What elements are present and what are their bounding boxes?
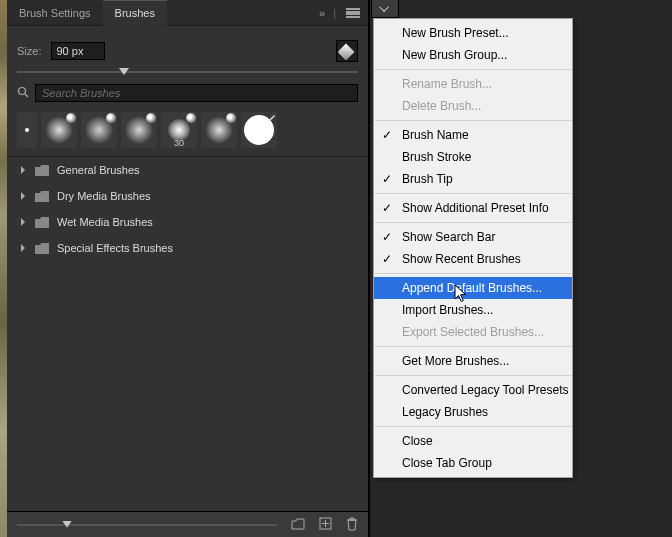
menu-item[interactable]: Close bbox=[374, 430, 572, 452]
chevron-right-icon bbox=[19, 192, 27, 200]
folder-label: Special Effects Brushes bbox=[57, 242, 173, 254]
recent-brushes: 30 bbox=[7, 106, 368, 157]
tab-bar: Brush Settings Brushes » | bbox=[7, 0, 368, 26]
menu-item-label: Brush Stroke bbox=[402, 150, 471, 164]
chevron-right-icon bbox=[19, 166, 27, 174]
menu-item-label: Import Brushes... bbox=[402, 303, 493, 317]
canvas-edge bbox=[0, 0, 7, 537]
recent-brush-2[interactable] bbox=[41, 112, 77, 148]
menu-item-label: Brush Name bbox=[402, 128, 469, 142]
chevron-right-icon bbox=[19, 218, 27, 226]
folder-label: General Brushes bbox=[57, 164, 140, 176]
recent-brush-3[interactable] bbox=[81, 112, 117, 148]
recent-brush-1[interactable] bbox=[17, 112, 37, 148]
brush-preview-toggle[interactable] bbox=[336, 40, 358, 62]
menu-item-label: Rename Brush... bbox=[402, 77, 492, 91]
dropdown-tab[interactable] bbox=[371, 0, 399, 18]
menu-item-label: New Brush Group... bbox=[402, 48, 507, 62]
folder-button-icon[interactable] bbox=[291, 518, 305, 532]
check-icon: ✓ bbox=[382, 230, 392, 244]
menu-item-label: Show Additional Preset Info bbox=[402, 201, 549, 215]
menu-item[interactable]: New Brush Preset... bbox=[374, 22, 572, 44]
folder-item[interactable]: General Brushes bbox=[7, 157, 368, 183]
menu-item-label: Append Default Brushes... bbox=[402, 281, 542, 295]
check-icon: ✓ bbox=[382, 201, 392, 215]
folder-icon bbox=[35, 165, 49, 176]
menu-separator bbox=[375, 375, 571, 376]
check-icon: ✓ bbox=[382, 128, 392, 142]
recent-brush-4[interactable] bbox=[121, 112, 157, 148]
menu-item[interactable]: ✓Brush Name bbox=[374, 124, 572, 146]
search-row bbox=[7, 80, 368, 106]
menu-item[interactable]: Brush Stroke bbox=[374, 146, 572, 168]
menu-item-label: Export Selected Brushes... bbox=[402, 325, 544, 339]
menu-separator bbox=[375, 346, 571, 347]
svg-line-1 bbox=[25, 94, 28, 97]
menu-item[interactable]: ✓Brush Tip bbox=[374, 168, 572, 190]
menu-item-label: Show Search Bar bbox=[402, 230, 495, 244]
folder-item[interactable]: Dry Media Brushes bbox=[7, 183, 368, 209]
panel-menu: New Brush Preset...New Brush Group...Ren… bbox=[373, 18, 573, 478]
panel-footer bbox=[7, 511, 368, 537]
menu-item-label: Close bbox=[402, 434, 433, 448]
menu-item: Export Selected Brushes... bbox=[374, 321, 572, 343]
chevron-right-icon bbox=[19, 244, 27, 252]
menu-separator bbox=[375, 222, 571, 223]
menu-item[interactable]: ✓Show Additional Preset Info bbox=[374, 197, 572, 219]
menu-item-label: Show Recent Brushes bbox=[402, 252, 521, 266]
folder-icon bbox=[35, 191, 49, 202]
check-icon: ✓ bbox=[382, 172, 392, 186]
trash-icon[interactable] bbox=[346, 517, 358, 533]
new-preset-icon[interactable] bbox=[319, 517, 332, 532]
menu-item[interactable]: Legacy Brushes bbox=[374, 401, 572, 423]
thumbnail-size-slider[interactable] bbox=[17, 520, 277, 530]
recent-brush-6[interactable] bbox=[201, 112, 237, 148]
size-row: Size: bbox=[7, 26, 368, 68]
collapse-icon[interactable]: » bbox=[319, 7, 323, 19]
brush-folders: General BrushesDry Media BrushesWet Medi… bbox=[7, 157, 368, 511]
menu-item[interactable]: Converted Legacy Tool Presets bbox=[374, 379, 572, 401]
svg-point-0 bbox=[19, 87, 26, 94]
tab-brushes[interactable]: Brushes bbox=[103, 0, 167, 26]
brush-size-label: 30 bbox=[161, 138, 197, 148]
menu-item-label: New Brush Preset... bbox=[402, 26, 509, 40]
size-slider[interactable] bbox=[17, 68, 358, 76]
menu-item-label: Get More Brushes... bbox=[402, 354, 509, 368]
search-input[interactable] bbox=[35, 84, 358, 102]
menu-item-label: Converted Legacy Tool Presets bbox=[402, 383, 569, 397]
recent-brush-5[interactable]: 30 bbox=[161, 112, 197, 148]
folder-icon bbox=[35, 217, 49, 228]
search-icon bbox=[17, 86, 29, 101]
menu-item[interactable]: ✓Show Search Bar bbox=[374, 226, 572, 248]
menu-item[interactable]: Import Brushes... bbox=[374, 299, 572, 321]
menu-item[interactable]: ✓Show Recent Brushes bbox=[374, 248, 572, 270]
size-label: Size: bbox=[17, 45, 41, 57]
tab-brush-settings[interactable]: Brush Settings bbox=[7, 1, 103, 25]
folder-label: Wet Media Brushes bbox=[57, 216, 153, 228]
folder-label: Dry Media Brushes bbox=[57, 190, 151, 202]
menu-item-label: Legacy Brushes bbox=[402, 405, 488, 419]
menu-item-label: Brush Tip bbox=[402, 172, 453, 186]
menu-separator bbox=[375, 426, 571, 427]
brushes-panel: Brush Settings Brushes » | Size: bbox=[7, 0, 369, 537]
recent-brush-7[interactable] bbox=[241, 112, 277, 148]
menu-item: Rename Brush... bbox=[374, 73, 572, 95]
menu-item-label: Close Tab Group bbox=[402, 456, 492, 470]
check-icon: ✓ bbox=[382, 252, 392, 266]
menu-item: Delete Brush... bbox=[374, 95, 572, 117]
menu-separator bbox=[375, 193, 571, 194]
menu-item[interactable]: Get More Brushes... bbox=[374, 350, 572, 372]
folder-item[interactable]: Wet Media Brushes bbox=[7, 209, 368, 235]
size-input[interactable] bbox=[51, 42, 105, 60]
folder-icon bbox=[35, 243, 49, 254]
menu-item[interactable]: Append Default Brushes... bbox=[374, 277, 572, 299]
menu-item[interactable]: Close Tab Group bbox=[374, 452, 572, 474]
panel-menu-icon[interactable] bbox=[346, 8, 360, 18]
menu-separator bbox=[375, 120, 571, 121]
menu-item[interactable]: New Brush Group... bbox=[374, 44, 572, 66]
menu-separator bbox=[375, 273, 571, 274]
folder-item[interactable]: Special Effects Brushes bbox=[7, 235, 368, 261]
menu-separator bbox=[375, 69, 571, 70]
menu-item-label: Delete Brush... bbox=[402, 99, 481, 113]
